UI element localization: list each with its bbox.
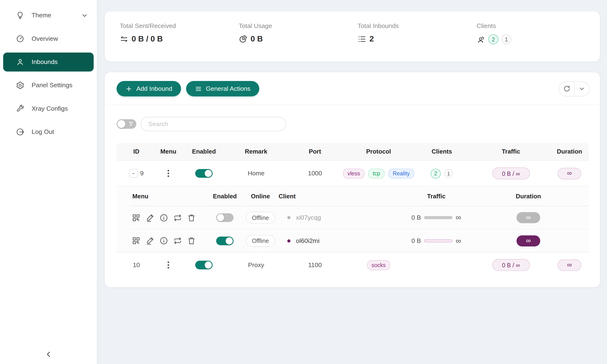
traffic-progress-bar	[424, 239, 453, 242]
client-name: ol60i2mi	[296, 237, 319, 244]
table-header-row: ID Menu Enabled Remark Port Protocol Cli…	[117, 143, 589, 161]
client-row-xi07ycqg: Offline xi07ycqg 0 B ∞ ∞	[130, 206, 589, 229]
client-traffic-value: 0 B	[411, 214, 421, 221]
inbound-enabled-toggle[interactable]	[195, 261, 212, 270]
chevron-down-icon	[81, 12, 88, 19]
protocol-tag: Reality	[388, 169, 414, 179]
general-actions-button[interactable]: General Actions	[186, 81, 259, 96]
edit-icon[interactable]	[145, 213, 154, 222]
info-icon[interactable]	[159, 236, 168, 245]
stat-total-sent-received: Total Sent/Received 0 B / 0 B	[120, 23, 239, 62]
subcol-header-duration: Duration	[478, 193, 579, 200]
toolbar-divider	[105, 105, 600, 105]
stat-label: Clients	[476, 23, 596, 30]
gear-icon	[16, 81, 25, 90]
sidebar-item-label: Inbounds	[32, 59, 88, 66]
sidebar-item-label: Xray Configs	[32, 105, 88, 112]
client-name: xi07ycqg	[296, 214, 321, 221]
client-status-dot	[287, 239, 290, 242]
subcol-header-enabled: Enabled	[205, 193, 245, 200]
duration-pill: ∞	[558, 168, 581, 179]
refresh-button[interactable]	[559, 81, 574, 96]
sidebar-item-panel-settings[interactable]: Panel Settings	[3, 76, 94, 95]
clients-online-badge: 2	[488, 34, 498, 44]
inbounds-card: Add Inbound General Actions	[105, 72, 600, 287]
add-inbound-button[interactable]: Add Inbound	[117, 81, 181, 96]
client-enabled-toggle[interactable]	[216, 236, 234, 245]
toolbar: Add Inbound General Actions	[105, 72, 600, 105]
inbound-enabled-toggle[interactable]	[195, 169, 212, 178]
sidebar-item-label: Log Out	[32, 129, 88, 136]
collapse-row-button[interactable]: −	[129, 169, 138, 178]
toggle-knob	[117, 120, 125, 128]
duration-pill: ∞	[516, 235, 540, 247]
menu-lines-icon	[195, 85, 202, 92]
subcol-header-client: Client	[276, 193, 395, 200]
chevron-left-icon	[44, 350, 53, 359]
col-header-menu: Menu	[156, 148, 180, 155]
inbound-id: 9	[140, 170, 144, 177]
traffic-progress-bar	[424, 216, 453, 219]
sidebar-item-inbounds[interactable]: Inbounds	[3, 52, 94, 72]
sidebar: Theme Overview Inbounds Panel Settings	[0, 0, 97, 364]
protocol-tag: socks	[367, 260, 390, 270]
clients-deactivated-badge: 1	[501, 34, 512, 44]
pie-chart-icon	[239, 35, 248, 43]
add-inbound-label: Add Inbound	[136, 85, 172, 92]
sidebar-item-theme[interactable]: Theme	[3, 6, 94, 25]
inbound-remark: Proxy	[248, 261, 264, 269]
search-input[interactable]	[141, 117, 286, 131]
stat-label: Total Inbounds	[357, 23, 476, 30]
client-row-ol60i2mi: Offline ol60i2mi 0 B ∞ ∞	[130, 229, 589, 252]
subcol-header-traffic: Traffic	[395, 193, 478, 200]
col-header-protocol: Protocol	[345, 148, 412, 155]
filter-funnel-icon	[129, 121, 134, 127]
client-enabled-toggle[interactable]	[216, 213, 234, 222]
toggle-knob	[226, 237, 233, 244]
sidebar-item-xray-configs[interactable]: Xray Configs	[3, 99, 94, 118]
sidebar-item-overview[interactable]: Overview	[3, 29, 94, 48]
stat-value: 0 B	[251, 34, 263, 43]
page: Theme Overview Inbounds Panel Settings	[0, 0, 607, 364]
duration-pill: ∞	[558, 259, 581, 271]
info-icon[interactable]	[159, 213, 168, 222]
qrcode-icon[interactable]	[132, 236, 141, 245]
online-status-badge: Offline	[246, 235, 275, 247]
refresh-dropdown-button[interactable]	[574, 81, 589, 96]
logout-icon	[16, 128, 25, 136]
col-header-traffic: Traffic	[471, 148, 550, 155]
sidebar-item-log-out[interactable]: Log Out	[3, 122, 94, 142]
reset-traffic-icon[interactable]	[173, 213, 182, 222]
online-status-badge: Offline	[246, 212, 275, 223]
sidebar-collapse-button[interactable]	[0, 350, 97, 359]
qrcode-icon[interactable]	[132, 213, 141, 222]
col-header-remark: Remark	[227, 148, 285, 155]
delete-icon[interactable]	[187, 213, 196, 222]
search-row	[117, 117, 600, 131]
sidebar-item-label: Theme	[32, 12, 81, 19]
stat-total-usage: Total Usage 0 B	[239, 23, 358, 62]
stat-label: Total Usage	[239, 23, 358, 30]
transfer-icon	[120, 35, 129, 43]
inbound-remark: Home	[248, 170, 264, 177]
gauge-icon	[16, 34, 25, 43]
user-icon	[16, 58, 25, 66]
clients-other-badge: 1	[444, 169, 453, 178]
reset-traffic-icon[interactable]	[173, 236, 182, 245]
edit-icon[interactable]	[145, 236, 154, 245]
row-menu-button[interactable]	[166, 168, 171, 179]
list-icon	[357, 35, 366, 43]
toggle-knob	[205, 170, 212, 177]
subtable-header-row: Menu Enabled Online Client Traffic Durat…	[130, 186, 589, 206]
wrench-icon	[16, 104, 25, 113]
stat-clients: Clients 2 1	[476, 23, 596, 62]
delete-icon[interactable]	[187, 236, 196, 245]
inbounds-table: ID Menu Enabled Remark Port Protocol Cli…	[117, 143, 589, 277]
traffic-pill: 0 B / ∞	[492, 259, 530, 271]
table-row-inbound-9: − 9 Home 1000 vless tcp Reality 2	[117, 161, 589, 186]
traffic-limit: ∞	[456, 236, 461, 245]
filter-toggle[interactable]	[117, 119, 136, 129]
clients-online-badge: 2	[431, 169, 441, 179]
toggle-knob	[217, 214, 224, 221]
row-menu-button[interactable]	[166, 260, 171, 270]
